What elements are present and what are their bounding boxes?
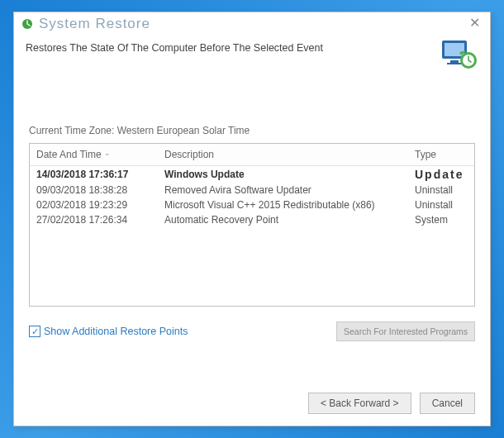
cell-desc: Windows Update: [158, 166, 408, 183]
window-title: System Restore: [39, 16, 150, 32]
cell-type: Uninstall: [408, 183, 474, 198]
cell-date: 02/03/2018 19:23:29: [30, 198, 158, 212]
sort-caret-icon: ⌄: [104, 149, 111, 157]
col-type[interactable]: Type: [408, 144, 474, 166]
table-row[interactable]: 14/03/2018 17:36:17 Windows Update Updat…: [30, 166, 474, 183]
table-header-row: Date And Time ⌄ Description Type: [30, 144, 474, 166]
col-description[interactable]: Description: [158, 144, 408, 166]
back-forward-button[interactable]: < Back Forward >: [308, 393, 411, 414]
table-row[interactable]: 02/03/2018 19:23:29 Microsoft Visual C++…: [30, 198, 474, 212]
svg-rect-3: [450, 60, 459, 63]
cell-desc: Microsoft Visual C++ 2015 Redistributabl…: [158, 198, 408, 212]
restore-points-table: Date And Time ⌄ Description Type 14/03/2…: [29, 143, 475, 307]
monitor-clock-icon: [439, 37, 478, 74]
cell-date: 14/03/2018 17:36:17: [30, 166, 158, 183]
restore-icon: [21, 17, 34, 31]
svg-rect-4: [447, 63, 462, 64]
close-button[interactable]: ✕: [467, 16, 483, 32]
cell-date: 27/02/2018 17:26:34: [30, 212, 158, 227]
cell-date: 09/03/2018 18:38:28: [30, 183, 158, 198]
cell-type: System: [408, 212, 474, 227]
show-additional-checkbox[interactable]: ✓: [29, 326, 40, 337]
table-row[interactable]: 09/03/2018 18:38:28 Removed Avira Softwa…: [30, 183, 474, 198]
cell-desc: Automatic Recovery Point: [158, 212, 408, 227]
cancel-button[interactable]: Cancel: [420, 393, 475, 414]
titlebar: System Restore ✕: [14, 12, 490, 36]
content-area: Current Time Zone: Western European Sola…: [14, 74, 490, 381]
system-restore-window: System Restore ✕ Restores The State Of T…: [13, 12, 491, 426]
show-additional-label: Show Additional Restore Points: [44, 326, 188, 337]
table-row[interactable]: 27/02/2018 17:26:34 Automatic Recovery P…: [30, 212, 474, 227]
header-row: Restores The State Of The Computer Befor…: [14, 36, 490, 74]
col-date[interactable]: Date And Time ⌄: [30, 144, 158, 166]
cell-desc: Removed Avira Software Updater: [158, 183, 408, 198]
options-row: ✓ Show Additional Restore Points Search …: [29, 321, 475, 341]
cell-type: Uninstall: [408, 198, 474, 212]
cell-type: Update: [408, 166, 474, 183]
search-programs-button[interactable]: Search For Interested Programs: [336, 321, 475, 341]
timezone-label: Current Time Zone: Western European Sola…: [29, 125, 475, 136]
subtitle: Restores The State Of The Computer Befor…: [26, 37, 439, 54]
footer: < Back Forward > Cancel: [14, 381, 490, 426]
